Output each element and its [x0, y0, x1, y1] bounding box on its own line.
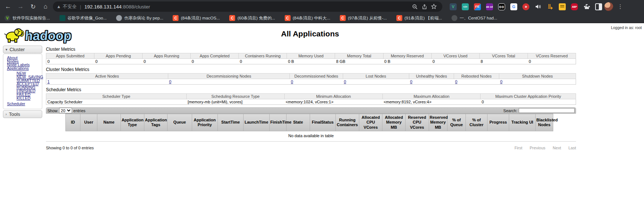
applications-column-header[interactable]: Application Priority: [192, 114, 217, 131]
google-translate-extension-icon[interactable]: G: [510, 3, 517, 10]
page-size-select[interactable]: 20: [59, 108, 72, 113]
bookmark-label: (97条消息) 从前慢-...: [348, 15, 387, 21]
pagination-button[interactable]: Previous: [530, 146, 546, 150]
pagination: FirstPreviousNextLast: [507, 146, 576, 150]
bookmark-item[interactable]: 伤寒杂病论 By pep...: [116, 15, 163, 21]
applications-column-header[interactable]: Application Type: [120, 114, 144, 131]
metrics-value-cell: [memory-mb (unit=Mi), vcores]: [187, 99, 285, 105]
applications-column-header[interactable]: Reserved CPU VCores: [405, 114, 429, 131]
node-count-link[interactable]: 0: [410, 79, 412, 84]
node-count-link[interactable]: 0: [169, 79, 171, 84]
pagination-button[interactable]: Next: [553, 146, 561, 150]
applications-table: IDUserNameApplication TypeApplication Ta…: [65, 114, 553, 131]
applications-column-header[interactable]: % of Queue: [447, 114, 465, 131]
oo-extension-icon[interactable]: oo: [498, 3, 505, 10]
word-grid-extension-icon[interactable]: ab cd: [486, 3, 493, 10]
applications-column-header[interactable]: User: [80, 114, 97, 131]
search-input[interactable]: [519, 108, 575, 113]
browser-menu-icon[interactable]: ⋮: [615, 3, 625, 10]
zoom-out-icon[interactable]: [410, 2, 420, 11]
code-extension-icon[interactable]: </>: [462, 3, 469, 10]
pagination-button[interactable]: First: [514, 146, 522, 150]
applications-column-header[interactable]: Running Containers: [336, 114, 359, 131]
home-icon[interactable]: ⌂: [40, 1, 51, 12]
table-info: Showing 0 to 0 of 0 entries: [46, 146, 94, 150]
bookmark-item[interactable]: C (91条消息) 【前端...: [396, 15, 442, 21]
sidebar-link-scheduler[interactable]: Scheduler: [7, 102, 40, 106]
bookmark-favicon: [60, 15, 65, 21]
cluster-nav-box: AboutNodesNode LabelsApplications NEWNEW…: [3, 54, 42, 109]
bookmark-item[interactable]: C (60条消息) 免费的...: [229, 15, 275, 21]
vue-devtools-extension-icon[interactable]: V: [450, 3, 457, 10]
url-host: 192.168.131.144: [84, 4, 122, 10]
metrics-header-cell: Memory Used: [287, 53, 335, 59]
video-speed-extension-icon[interactable]: »: [522, 3, 529, 10]
applications-column-header[interactable]: % of Cluster: [466, 114, 487, 131]
applications-column-header[interactable]: Reserved Memory MB: [429, 114, 447, 131]
node-count-link[interactable]: 0: [455, 79, 457, 84]
metrics-value-cell: 0: [431, 59, 479, 64]
volume-icon[interactable]: [535, 3, 542, 10]
notes-extension-icon[interactable]: [559, 3, 566, 10]
tools-header-label: Tools: [9, 111, 20, 117]
applications-column-header[interactable]: ID: [66, 114, 80, 131]
applications-column-header[interactable]: LaunchTime: [244, 114, 269, 131]
search-label: Search:: [503, 108, 517, 113]
pagination-button[interactable]: Last: [568, 146, 576, 150]
page-length-control: Show 20 entries: [47, 108, 86, 113]
sidebar-section-tools[interactable]: › Tools: [3, 110, 42, 118]
sidebar-app-state-link[interactable]: KILLED: [17, 97, 40, 100]
contrast-extension-icon[interactable]: [595, 3, 602, 10]
applications-column-header[interactable]: Application Tags: [144, 114, 168, 131]
applications-column-header[interactable]: StartTime: [217, 114, 243, 131]
address-bar[interactable]: ▲ 不安全 | 192.168.131.144 :8088/cluster: [53, 1, 442, 12]
node-count-link[interactable]: 0: [500, 79, 502, 84]
metrics-value-cell: Capacity Scheduler: [46, 99, 187, 105]
profile-avatar[interactable]: [604, 2, 613, 11]
not-secure-warning-icon[interactable]: ▲: [57, 4, 61, 9]
applications-column-header[interactable]: Allocated CPU VCores: [359, 114, 382, 131]
sidebar-link[interactable]: Applications: [7, 67, 40, 71]
applications-column-header[interactable]: Allocated Memory MB: [382, 114, 405, 131]
applications-column-header[interactable]: Progress: [487, 114, 509, 131]
back-icon[interactable]: ←: [3, 1, 13, 12]
metrics-header-cell: Minimum Allocation: [284, 94, 382, 99]
bookmark-item[interactable]: C (84条消息) macOS...: [173, 15, 220, 21]
metrics-value-cell: 0: [46, 59, 94, 64]
share-icon[interactable]: [420, 2, 429, 11]
applications-column-header[interactable]: Queue: [168, 114, 192, 131]
applications-column-header[interactable]: Tracking UI: [509, 114, 536, 131]
reload-icon[interactable]: ↻: [28, 1, 38, 12]
reader-arrow-extension-icon[interactable]: [547, 3, 554, 10]
extensions-puzzle-icon[interactable]: [583, 3, 590, 10]
bookmark-star-icon[interactable]: [429, 2, 439, 11]
applications-column-header[interactable]: FinishTime: [269, 114, 286, 131]
sidebar-section-cluster[interactable]: ▾ Cluster: [3, 46, 42, 53]
metrics-header-cell: Apps Completed: [191, 53, 239, 59]
node-count-link[interactable]: 0: [291, 79, 293, 84]
bookmark-label: (91条消息) 【前端...: [404, 15, 442, 21]
node-count-link[interactable]: 0: [344, 79, 346, 84]
applications-column-header[interactable]: Name: [97, 114, 121, 131]
cluster-nodes-metrics-table: Active NodesDecommissioning NodesDecommi…: [46, 73, 576, 85]
fe-extension-icon[interactable]: FE: [474, 3, 481, 10]
bookmark-item[interactable]: V 软件学院实验报告...: [4, 15, 50, 21]
bookmark-item[interactable]: C (97条消息) 从前慢-...: [340, 15, 387, 21]
forward-icon[interactable]: →: [15, 1, 26, 12]
entries-label: entries: [73, 108, 86, 113]
applications-column-header[interactable]: FinalStatus: [310, 114, 335, 131]
bookmark-item[interactable]: C (84条消息) 中科大...: [285, 15, 330, 21]
applications-column-header[interactable]: Blacklisted Nodes: [536, 114, 553, 131]
bookmark-item[interactable]: 谷歌学术镜像_Goo...: [60, 15, 107, 21]
bookmark-favicon: C: [285, 15, 291, 21]
metrics-header-cell: Memory Total: [335, 53, 383, 59]
metrics-value-cell: 8: [479, 59, 528, 64]
adblock-plus-extension-icon[interactable]: ABP: [571, 3, 578, 10]
bookmark-item[interactable]: 一、CentOS7 had...: [451, 15, 497, 21]
browser-chrome: ← → ↻ ⌂ ▲ 不安全 | 192.168.131.144 :8088/cl…: [0, 0, 644, 23]
metrics-value-cell: 8 GB: [335, 59, 383, 64]
node-count-link[interactable]: 1: [47, 79, 50, 84]
metrics-value-cell: 0 B: [287, 59, 335, 64]
bookmark-favicon: C: [340, 15, 346, 21]
metrics-value-cell: 0: [454, 79, 499, 85]
